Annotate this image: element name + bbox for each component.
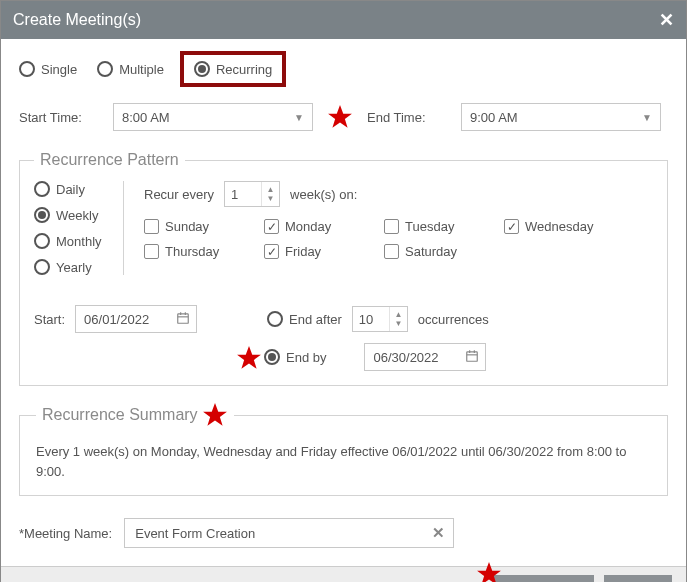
radio-weekly[interactable]: Weekly	[34, 207, 103, 223]
radio-icon	[97, 61, 113, 77]
add-meeting-button[interactable]: Add Meeting	[493, 575, 594, 582]
end-time-value: 9:00 AM	[470, 110, 518, 125]
star-icon	[476, 561, 502, 582]
spinner-arrows-icon[interactable]: ▲▼	[389, 307, 407, 331]
radio-single[interactable]: Single	[19, 61, 77, 77]
chk-monday[interactable]: Monday	[264, 219, 374, 234]
star-icon	[327, 104, 353, 130]
chk-friday[interactable]: Friday	[264, 244, 374, 259]
radio-label: Monthly	[56, 234, 102, 249]
meeting-name-row: Meeting Name: ✕	[19, 518, 668, 548]
chk-label: Wednesday	[525, 219, 593, 234]
end-by-date-input[interactable]	[364, 343, 486, 371]
chk-label: Tuesday	[405, 219, 454, 234]
checkbox-icon	[264, 244, 279, 259]
chk-tuesday[interactable]: Tuesday	[384, 219, 494, 234]
dialog-titlebar: Create Meeting(s) ✕	[1, 1, 686, 39]
end-time-label: End Time:	[367, 110, 447, 125]
chk-thursday[interactable]: Thursday	[144, 244, 254, 259]
recur-count-value[interactable]	[225, 182, 261, 206]
occurrences-label: occurrences	[418, 312, 489, 327]
svg-marker-5	[237, 346, 261, 369]
recur-count-input[interactable]: ▲▼	[224, 181, 280, 207]
range-end-row: End by	[264, 343, 653, 371]
chk-wednesday[interactable]: Wednesday	[504, 219, 614, 234]
chk-saturday[interactable]: Saturday	[384, 244, 494, 259]
dialog-footer: Add Meeting Cancel	[1, 566, 686, 582]
radio-multiple[interactable]: Multiple	[97, 61, 164, 77]
radio-label: Weekly	[56, 208, 98, 223]
start-date-label: Start:	[34, 312, 65, 327]
chevron-down-icon: ▼	[294, 112, 304, 123]
close-icon[interactable]: ✕	[659, 9, 674, 31]
cancel-button[interactable]: Cancel	[604, 575, 672, 582]
radio-label: Daily	[56, 182, 85, 197]
pattern-body: Daily Weekly Monthly Yearly Recur every …	[34, 181, 653, 275]
start-time-value: 8:00 AM	[122, 110, 170, 125]
summary-legend-wrap: Recurrence Summary	[36, 402, 234, 428]
end-time-select[interactable]: 9:00 AM ▼	[461, 103, 661, 131]
dialog-content: Single Multiple Recurring Start Time: 8:…	[1, 39, 686, 566]
spinner-arrows-icon[interactable]: ▲▼	[261, 182, 279, 206]
weekly-options: Recur every ▲▼ week(s) on: Sunday Monday…	[144, 181, 614, 275]
recurrence-summary-legend: Recurrence Summary	[42, 406, 198, 424]
radio-recurring[interactable]: Recurring	[194, 61, 272, 77]
checkbox-icon	[264, 219, 279, 234]
checkbox-icon	[384, 244, 399, 259]
create-meeting-dialog: Create Meeting(s) ✕ Single Multiple Recu…	[0, 0, 687, 582]
recurrence-pattern-group: Recurrence Pattern Daily Weekly Monthly …	[19, 151, 668, 386]
meeting-type-row: Single Multiple Recurring	[19, 57, 668, 81]
calendar-icon[interactable]	[465, 349, 479, 366]
clear-icon[interactable]: ✕	[432, 524, 445, 542]
chevron-down-icon: ▼	[642, 112, 652, 123]
calendar-icon[interactable]	[176, 311, 190, 328]
chk-label: Monday	[285, 219, 331, 234]
meeting-name-value[interactable]	[133, 525, 432, 542]
radio-label: End after	[289, 312, 342, 327]
recurrence-summary-group: Recurrence Summary Every 1 week(s) on Mo…	[19, 402, 668, 496]
checkbox-icon	[144, 219, 159, 234]
recur-every-row: Recur every ▲▼ week(s) on:	[144, 181, 614, 207]
recur-suffix: week(s) on:	[290, 187, 357, 202]
end-by-date-value[interactable]	[371, 349, 457, 366]
svg-marker-10	[203, 403, 227, 426]
checkbox-icon	[504, 219, 519, 234]
svg-marker-11	[477, 562, 501, 582]
chk-label: Friday	[285, 244, 321, 259]
svg-rect-6	[467, 351, 478, 360]
chk-sunday[interactable]: Sunday	[144, 219, 254, 234]
radio-yearly[interactable]: Yearly	[34, 259, 103, 275]
chk-label: Sunday	[165, 219, 209, 234]
start-date-input[interactable]	[75, 305, 197, 333]
recurrence-pattern-legend: Recurrence Pattern	[34, 151, 185, 169]
radio-icon	[267, 311, 283, 327]
radio-icon	[19, 61, 35, 77]
frequency-column: Daily Weekly Monthly Yearly	[34, 181, 124, 275]
radio-daily[interactable]: Daily	[34, 181, 103, 197]
chk-label: Thursday	[165, 244, 219, 259]
radio-monthly[interactable]: Monthly	[34, 233, 103, 249]
range-start-row: Start: End after ▲▼ occurrences	[34, 305, 653, 333]
dialog-title: Create Meeting(s)	[13, 11, 141, 29]
radio-end-after[interactable]: End after	[267, 311, 342, 327]
days-grid: Sunday Monday Tuesday Wednesday Thursday…	[144, 219, 614, 259]
chk-label: Saturday	[405, 244, 457, 259]
highlight-recurring: Recurring	[180, 51, 286, 87]
radio-icon	[264, 349, 280, 365]
svg-marker-0	[328, 105, 352, 128]
start-date-value[interactable]	[82, 311, 168, 328]
radio-icon	[34, 233, 50, 249]
radio-icon	[34, 207, 50, 223]
radio-label: Yearly	[56, 260, 92, 275]
start-time-select[interactable]: 8:00 AM ▼	[113, 103, 313, 131]
star-icon	[236, 345, 262, 371]
svg-rect-1	[178, 313, 189, 322]
occurrences-value[interactable]	[353, 307, 389, 331]
meeting-name-input[interactable]: ✕	[124, 518, 454, 548]
recur-prefix: Recur every	[144, 187, 214, 202]
checkbox-icon	[144, 244, 159, 259]
radio-end-by[interactable]: End by	[264, 349, 326, 365]
time-row: Start Time: 8:00 AM ▼ End Time: 9:00 AM …	[19, 103, 668, 131]
occurrences-input[interactable]: ▲▼	[352, 306, 408, 332]
checkbox-icon	[384, 219, 399, 234]
